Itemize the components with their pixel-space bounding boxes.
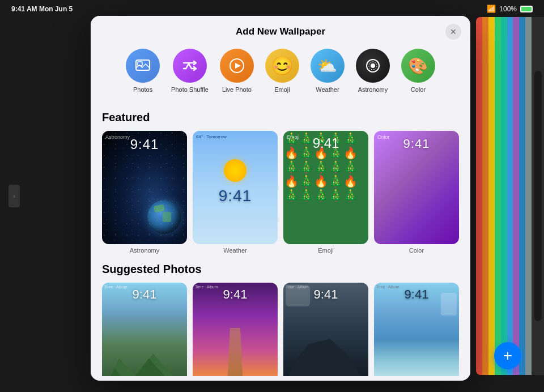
type-astronomy[interactable]: Astronomy <box>356 49 390 93</box>
live-photo-icon-circle <box>220 49 254 83</box>
suggested-photos-section: Suggested Photos Time · Album 9:41 <box>102 263 459 376</box>
sidebar-handle: › <box>8 185 20 207</box>
live-photo-label: Live Photo <box>222 86 252 93</box>
suggested-photo-2[interactable]: Time · Album 9:41 <box>193 283 278 376</box>
astronomy-thumb[interactable]: Astronomy 9:41 <box>102 131 187 244</box>
plus-icon: + <box>503 347 512 365</box>
photo2-time: 9:41 <box>193 287 278 302</box>
status-icons: 📶 100% <box>487 5 533 13</box>
photo3-time: 9:41 <box>283 287 368 302</box>
weather-thumb[interactable]: 64° · Tomorrow 9:41 <box>193 131 278 244</box>
dialog-title: Add New Wallpaper <box>236 26 325 37</box>
color-palette-icon: 🎨 <box>408 57 428 75</box>
wifi-icon: 📶 <box>487 5 496 13</box>
emoji-icon: 😊 <box>271 55 294 76</box>
emoji-thumb[interactable]: Emoji 9:41 🎄🎄🎄🎄🎄 🔥🎄🔥🎄🔥 🎄🎄🎄🎄🎄 � <box>283 131 368 244</box>
featured-title: Featured <box>102 111 459 124</box>
status-bar: 9:41 AM Mon Jun 5 📶 100% <box>11 5 533 13</box>
close-icon: ✕ <box>450 27 457 36</box>
road <box>227 328 244 376</box>
type-color[interactable]: 🎨 Color <box>401 49 435 93</box>
astronomy-icon <box>364 57 381 74</box>
emoji-label: Emoji <box>274 86 290 93</box>
strip-darkblue <box>519 17 525 375</box>
wallpaper-strips <box>476 17 544 375</box>
photo-shuffle-label: Photo Shuffle <box>171 86 209 93</box>
weather-time: 9:41 <box>219 187 252 205</box>
astronomy-icon-circle <box>356 49 390 83</box>
emoji-time: 9:41 <box>313 135 339 151</box>
photo3-overlay: 9:41 <box>283 287 368 302</box>
battery-icon <box>520 6 533 12</box>
type-emoji[interactable]: 😊 Emoji <box>265 49 299 93</box>
add-wallpaper-button[interactable]: + <box>494 342 521 369</box>
strip-red <box>476 17 482 375</box>
live-photo-icon <box>228 57 245 74</box>
photo1-time: 9:41 <box>102 287 187 302</box>
suggested-photo-1[interactable]: Time · Album 9:41 <box>102 283 187 376</box>
astronomy-label-text: Astronomy <box>102 247 187 254</box>
dark-panel <box>532 17 544 375</box>
photo4-overlay: 9:41 <box>374 287 459 302</box>
photo1-mountains <box>102 339 187 376</box>
status-time: 9:41 AM Mon Jun 5 <box>11 5 73 13</box>
battery-percent: 100% <box>499 5 517 13</box>
color-label: Color <box>411 86 426 93</box>
photo-shuffle-icon-circle <box>173 49 207 83</box>
strip-blue <box>507 17 513 375</box>
strip-green <box>495 17 501 375</box>
wallpaper-type-row: Photos Photo Shuffle Live <box>91 44 470 102</box>
sun <box>224 159 246 182</box>
strip-teal <box>501 17 507 375</box>
photos-icon <box>134 57 151 74</box>
type-live-photo[interactable]: Live Photo <box>220 49 254 93</box>
svg-marker-3 <box>235 63 241 69</box>
weather-label: Weather <box>316 86 339 93</box>
weather-label-text: Weather <box>193 247 278 254</box>
strip-orange <box>482 17 488 375</box>
left-sidebar: › <box>0 17 88 375</box>
color-thumb[interactable]: Color 9:41 <box>374 131 459 244</box>
color-icon-circle: 🎨 <box>401 49 435 83</box>
featured-section: Featured Astronomy <box>102 111 459 254</box>
strip-yellow <box>488 17 495 375</box>
photo1-overlay: 9:41 <box>102 287 187 302</box>
color-thumb-info: Color <box>377 134 390 140</box>
suggested-photo-4[interactable]: Time · Album 9:41 <box>374 283 459 376</box>
photos-label: Photos <box>133 86 152 93</box>
featured-grid: Astronomy 9:41 <box>102 131 459 254</box>
dialog-header: Add New Wallpaper ✕ <box>91 16 470 44</box>
color-label-text: Color <box>374 247 459 254</box>
type-photos[interactable]: Photos <box>126 49 160 93</box>
suggested-photo-3[interactable]: Time · Album 9:41 <box>283 283 368 376</box>
close-button[interactable]: ✕ <box>445 24 461 40</box>
suggested-photos-title: Suggested Photos <box>102 263 459 276</box>
dialog-content: Featured Astronomy <box>91 102 470 376</box>
shuffle-icon <box>181 57 198 74</box>
suggested-photos-grid: Time · Album 9:41 <box>102 283 459 376</box>
add-wallpaper-dialog: Add New Wallpaper ✕ Photos <box>91 16 470 381</box>
emoji-label-text: Emoji <box>283 247 368 254</box>
weather-thumb-info: 64° · Tomorrow <box>196 134 227 139</box>
strip-gray <box>525 17 532 375</box>
strip-purple <box>513 17 519 375</box>
photos-icon-circle <box>126 49 160 83</box>
dark-phone-preview <box>534 71 542 321</box>
astronomy-thumb-info: Astronomy <box>105 134 130 140</box>
svg-marker-8 <box>102 358 187 376</box>
weather-icon: ⛅ <box>317 57 337 75</box>
svg-point-5 <box>371 63 375 68</box>
weather-icon-circle: ⛅ <box>311 49 345 83</box>
featured-item-weather[interactable]: 64° · Tomorrow 9:41 Weather <box>193 131 278 254</box>
featured-item-emoji[interactable]: Emoji 9:41 🎄🎄🎄🎄🎄 🔥🎄🔥🎄🔥 🎄🎄🎄🎄🎄 � <box>283 131 368 254</box>
emoji-icon-circle: 😊 <box>265 49 299 83</box>
type-photo-shuffle[interactable]: Photo Shuffle <box>171 49 209 93</box>
astronomy-label: Astronomy <box>358 86 388 93</box>
photo4-time: 9:41 <box>374 287 459 302</box>
type-weather[interactable]: ⛅ Weather <box>311 49 345 93</box>
photo2-overlay: 9:41 <box>193 287 278 302</box>
featured-item-astronomy[interactable]: Astronomy 9:41 <box>102 131 187 254</box>
featured-item-color[interactable]: Color 9:41 Color <box>374 131 459 254</box>
